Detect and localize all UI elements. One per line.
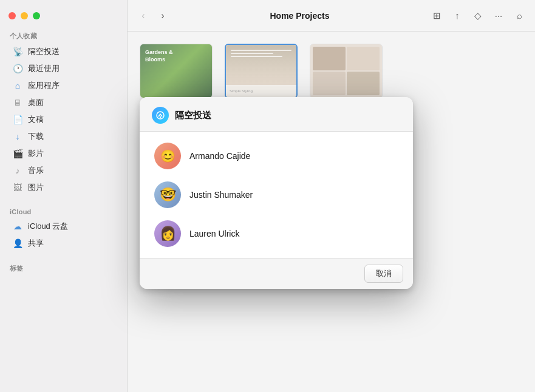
- sidebar: 个人收藏 📡 隔空投送 🕐 最近使用 ⌂ 应用程序 🖥 桌面 📄 文稿 ↓ 下载…: [0, 0, 128, 392]
- music-icon: ♪: [12, 165, 23, 176]
- pictures-icon: 🖼: [12, 182, 23, 193]
- sidebar-item-label: 下载: [28, 131, 44, 142]
- person-name-lauren: Lauren Ulrick: [189, 229, 239, 238]
- sidebar-item-label: iCloud 云盘: [28, 221, 68, 232]
- sidebar-item-label: 桌面: [28, 97, 44, 108]
- person-armando[interactable]: 😊 Armando Cajide: [140, 137, 413, 175]
- sidebar-item-desktop[interactable]: 🖥 桌面: [4, 95, 123, 110]
- dialog-title: 隔空投送: [175, 110, 211, 121]
- avatar-justin: 🤓: [154, 181, 181, 208]
- sidebar-item-music[interactable]: ♪ 音乐: [4, 163, 123, 178]
- desktop-icon: 🖥: [12, 97, 23, 108]
- sidebar-item-recent[interactable]: 🕐 最近使用: [4, 61, 123, 76]
- sidebar-item-docs[interactable]: 📄 文稿: [4, 112, 123, 127]
- person-lauren[interactable]: 👩 Lauren Ulrick: [140, 214, 413, 253]
- maximize-button[interactable]: [33, 12, 40, 19]
- airdrop-icon: 📡: [12, 46, 23, 57]
- sidebar-item-label: 影片: [28, 148, 44, 159]
- sidebar-item-label: 应用程序: [28, 80, 60, 91]
- tags-section-label: 标签: [0, 259, 127, 275]
- sidebar-item-airdrop[interactable]: 📡 隔空投送: [4, 44, 123, 59]
- dialog-header: 隔空投送: [140, 97, 413, 131]
- window-controls: [0, 0, 128, 32]
- svg-point-1: [160, 117, 161, 118]
- dialog-overlay: 隔空投送 😊 Armando Cajide 🤓 Justin Shumaker …: [128, 0, 535, 392]
- icloud-section-label: iCloud: [0, 203, 127, 218]
- docs-icon: 📄: [12, 114, 23, 125]
- sidebar-item-pictures[interactable]: 🖼 图片: [4, 180, 123, 195]
- person-name-justin: Justin Shumaker: [189, 190, 253, 200]
- sidebar-item-downloads[interactable]: ↓ 下载: [4, 129, 123, 144]
- sidebar-item-shared[interactable]: 👤 共享: [4, 235, 123, 251]
- close-button[interactable]: [9, 12, 16, 19]
- sidebar-item-label: 图片: [28, 182, 44, 193]
- downloads-icon: ↓: [12, 131, 23, 142]
- sidebar-item-label: 共享: [28, 238, 44, 249]
- main-content: ‹ › Home Projects ⊞ ↑ ◇ ··· ⌕ Gardens &B…: [128, 0, 535, 392]
- dialog-footer: 取消: [140, 258, 413, 289]
- person-name-armando: Armando Cajide: [189, 151, 250, 161]
- sidebar-item-icloud-drive[interactable]: ☁ iCloud 云盘: [4, 218, 123, 234]
- airdrop-dialog-icon: [152, 107, 169, 124]
- sidebar-item-label: 音乐: [28, 165, 44, 176]
- person-justin[interactable]: 🤓 Justin Shumaker: [140, 175, 413, 214]
- airdrop-dialog: 隔空投送 😊 Armando Cajide 🤓 Justin Shumaker …: [140, 97, 413, 289]
- shared-icon: 👤: [12, 238, 23, 249]
- dialog-body: 😊 Armando Cajide 🤓 Justin Shumaker 👩 Lau…: [140, 132, 413, 258]
- avatar-armando: 😊: [154, 143, 181, 169]
- avatar-lauren: 👩: [154, 220, 181, 247]
- sidebar-item-movies[interactable]: 🎬 影片: [4, 146, 123, 161]
- sidebar-item-apps[interactable]: ⌂ 应用程序: [4, 78, 123, 93]
- minimize-button[interactable]: [21, 12, 28, 19]
- icloud-drive-icon: ☁: [12, 221, 23, 232]
- movies-icon: 🎬: [12, 148, 23, 159]
- sidebar-item-label: 最近使用: [28, 63, 60, 74]
- cancel-button[interactable]: 取消: [364, 265, 403, 283]
- sidebar-item-label: 隔空投送: [28, 46, 60, 57]
- recent-icon: 🕐: [12, 63, 23, 74]
- apps-icon: ⌂: [12, 80, 23, 91]
- sidebar-item-label: 文稿: [28, 114, 44, 125]
